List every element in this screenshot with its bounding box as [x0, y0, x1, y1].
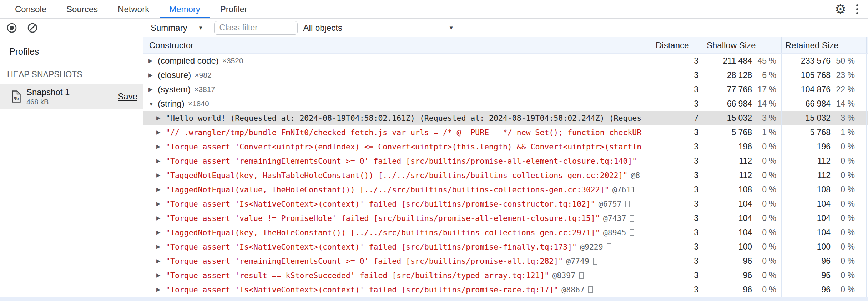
row-filler	[866, 197, 868, 211]
column-header-constructor[interactable]: Constructor	[143, 37, 647, 53]
disclosure-triangle-icon[interactable]: ▶	[156, 243, 166, 250]
shallow-size-cell: 960 %	[703, 282, 781, 297]
shallow-size-cell: 1040 %	[703, 197, 781, 211]
row-filler	[866, 254, 868, 268]
table-row[interactable]: ▶"Torque assert 'remainingElementsCount …	[143, 154, 868, 168]
shallow-size-percent: 0 %	[752, 171, 776, 180]
distance-cell: 3	[647, 282, 703, 297]
constructor-cell: ▶"TaggedNotEqual(key, HashTableHoleConst…	[143, 168, 647, 182]
tab-profiler[interactable]: Profiler	[210, 0, 257, 18]
instance-count: ×982	[195, 71, 211, 79]
distance-value: 3	[694, 213, 698, 223]
column-header-retained-size[interactable]: Retained Size	[781, 37, 866, 53]
table-row[interactable]: ▶(compiled code)×35203211 48445 %233 576…	[143, 54, 868, 68]
table-row[interactable]: ▶"Torque assert 'Is<NativeContext>(conte…	[143, 282, 868, 297]
retained-size-percent: 0 %	[831, 213, 855, 223]
retained-size-value: 104 876	[801, 85, 831, 94]
disclosure-triangle-icon[interactable]: ▶	[148, 58, 158, 64]
tab-memory[interactable]: Memory	[159, 0, 210, 18]
disclosure-triangle-icon[interactable]: ▶	[156, 258, 166, 264]
retained-size-cell: 960 %	[781, 254, 866, 268]
table-row[interactable]: ▶(system)×3817377 76817 %104 87622 %	[143, 82, 868, 97]
distance-value: 3	[694, 171, 698, 180]
object-id: @6757	[599, 199, 622, 208]
disclosure-triangle-icon[interactable]: ▼	[148, 101, 158, 107]
constructor-name: "TaggedNotEqual(key, TheHoleConstant()) …	[166, 228, 600, 237]
table-row[interactable]: ▼(string)×1840366 98414 %66 98414 %	[143, 97, 868, 111]
disclosure-triangle-icon[interactable]: ▶	[156, 286, 166, 293]
sidebar-item-snapshot-1[interactable]: % Snapshot 1 468 kB Save	[0, 84, 143, 109]
disclosure-triangle-icon[interactable]: ▶	[148, 72, 158, 78]
table-row[interactable]: ▶"Torque assert 'Convert<uintptr>(endInd…	[143, 139, 868, 154]
tab-sources[interactable]: Sources	[56, 0, 108, 18]
constructor-cell: ▶(system)×3817	[143, 82, 647, 97]
shallow-size-percent: 17 %	[752, 85, 776, 94]
shallow-size-value: 66 984	[727, 99, 752, 109]
table-row[interactable]: ▶"Torque assert 'Is<NativeContext>(conte…	[143, 197, 868, 211]
disclosure-triangle-icon[interactable]: ▶	[156, 272, 166, 278]
disclosure-triangle-icon[interactable]: ▶	[156, 186, 166, 193]
disclosure-triangle-icon[interactable]: ▶	[156, 129, 166, 135]
retained-size-cell: 1040 %	[781, 225, 866, 240]
table-row[interactable]: ▶"TaggedNotEqual(value, TheHoleConstant(…	[143, 182, 868, 197]
retained-size-percent: 3 %	[831, 113, 855, 123]
constructor-cell: ▶"Torque assert 'remainingElementsCount …	[143, 254, 647, 268]
retained-size-cell: 1120 %	[781, 168, 866, 182]
more-options-kebab-icon[interactable]	[855, 3, 859, 15]
column-header-distance[interactable]: Distance	[647, 37, 703, 53]
retained-size-cell: 1120 %	[781, 154, 866, 168]
distance-cell: 3	[647, 225, 703, 240]
table-row[interactable]: ▶"Hello world! (Requested at: 2024-08-19…	[143, 111, 868, 125]
disclosure-triangle-icon[interactable]: ▶	[156, 158, 166, 164]
row-filler	[866, 82, 868, 97]
table-row[interactable]: ▶"Torque assert 'result == kStoreSuccede…	[143, 268, 868, 282]
row-filler	[866, 240, 868, 254]
shallow-size-value: 96	[743, 256, 752, 266]
settings-gear-icon[interactable]: ⚙	[835, 3, 846, 16]
missing-glyph-box-icon	[607, 243, 611, 250]
shallow-size-value: 28 128	[727, 70, 752, 80]
table-row[interactable]: ▶"TaggedNotEqual(key, HashTableHoleConst…	[143, 168, 868, 182]
shallow-size-percent: 1 %	[752, 128, 776, 137]
shallow-size-cell: 1040 %	[703, 211, 781, 225]
disclosure-triangle-icon[interactable]: ▶	[156, 229, 166, 236]
table-row[interactable]: ▶"Torque assert 'value != PromiseHole' f…	[143, 211, 868, 225]
table-row[interactable]: ▶"TaggedNotEqual(key, TheHoleConstant())…	[143, 225, 868, 240]
clear-profiles-icon[interactable]	[27, 23, 38, 33]
table-row[interactable]: ▶"Torque assert 'Is<NativeContext>(conte…	[143, 240, 868, 254]
retained-size-value: 66 984	[806, 99, 831, 109]
missing-glyph-box-icon	[625, 201, 630, 207]
shallow-size-value: 96	[743, 271, 752, 280]
disclosure-triangle-icon[interactable]: ▶	[156, 215, 166, 221]
column-header-shallow-size[interactable]: Shallow Size	[703, 37, 781, 53]
retained-size-value: 104	[817, 213, 831, 223]
constructor-cell: ▶"TaggedNotEqual(key, TheHoleConstant())…	[143, 225, 647, 240]
object-id: @9229	[580, 242, 603, 251]
save-snapshot-link[interactable]: Save	[118, 92, 137, 102]
disclosure-triangle-icon[interactable]: ▶	[156, 172, 166, 178]
distance-value: 3	[694, 199, 698, 209]
disclosure-triangle-icon[interactable]: ▶	[156, 201, 166, 207]
distance-cell: 3	[647, 68, 703, 82]
tab-network[interactable]: Network	[108, 0, 159, 18]
disclosure-triangle-icon[interactable]: ▶	[148, 86, 158, 93]
disclosure-triangle-icon[interactable]: ▶	[156, 115, 166, 121]
table-row[interactable]: ▶"Torque assert 'remainingElementsCount …	[143, 254, 868, 268]
retained-size-percent: 0 %	[831, 271, 855, 280]
class-filter-input[interactable]	[214, 21, 298, 35]
objects-scope-select[interactable]: All objects ▼	[303, 23, 454, 33]
constructor-cell: ▶"Hello world! (Requested at: 2024-08-19…	[143, 111, 647, 125]
shallow-size-value: 104	[738, 213, 752, 223]
table-row[interactable]: ▶(closure)×982328 1286 %105 76823 %	[143, 68, 868, 82]
retained-size-percent: 0 %	[831, 142, 855, 152]
table-row[interactable]: ▶"// .wrangler/tmp/bundle-FmNIt0/checked…	[143, 125, 868, 139]
record-heap-snapshot-icon[interactable]	[6, 23, 17, 33]
shallow-size-percent: 0 %	[752, 185, 776, 194]
tab-console[interactable]: Console	[5, 0, 56, 18]
retained-size-cell: 1000 %	[781, 240, 866, 254]
tabbar-divider	[826, 4, 826, 15]
disclosure-triangle-icon[interactable]: ▶	[156, 143, 166, 150]
row-filler	[866, 282, 868, 297]
perspective-select[interactable]: Summary ▼	[150, 23, 207, 33]
row-filler	[866, 139, 868, 154]
